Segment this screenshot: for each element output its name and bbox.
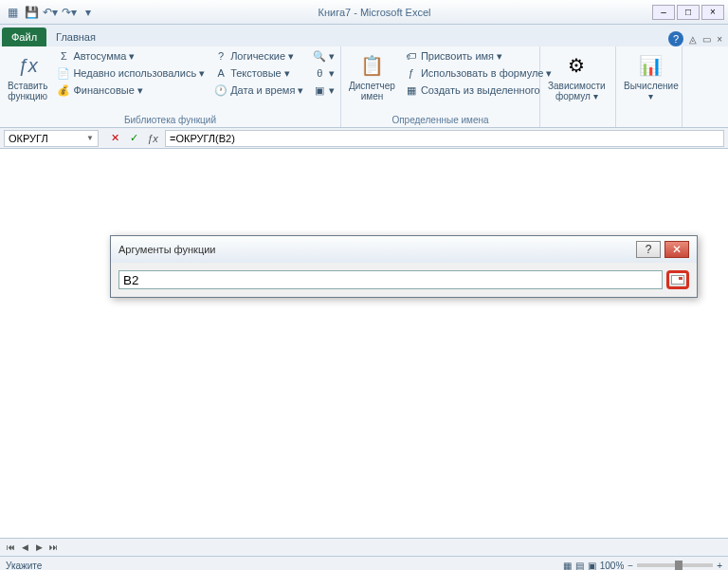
- formula-auditing-button[interactable]: ⚙ Зависимостиформул ▾: [546, 48, 608, 103]
- zoom-level[interactable]: 100%: [600, 561, 625, 571]
- minimize-button[interactable]: –: [652, 5, 675, 20]
- fx-button[interactable]: ƒx: [144, 130, 161, 147]
- workbook-minimize-icon[interactable]: ▭: [702, 34, 711, 45]
- autosum-button[interactable]: ΣАвтосумма ▾: [55, 48, 207, 64]
- fx-icon: ƒx: [12, 50, 43, 81]
- status-bar: Укажите ▦ ▤ ▣ 100% − +: [0, 556, 728, 570]
- formula-bar: ОКРУГЛ▼ ✕ ✓ ƒx =ОКРУГЛ(B2): [0, 128, 728, 149]
- calculation-button[interactable]: 📊 Вычисление▾: [622, 48, 681, 103]
- window-title: Книга7 - Microsoft Excel: [97, 7, 652, 18]
- quick-access-toolbar: ▦ 💾 ↶▾ ↷▾ ▾: [4, 4, 97, 21]
- view-normal-icon[interactable]: ▦: [563, 561, 572, 571]
- formula-input[interactable]: =ОКРУГЛ(B2): [165, 130, 724, 147]
- zoom-in-button[interactable]: +: [717, 561, 722, 571]
- expand-icon: [671, 275, 684, 285]
- use-in-formula-button[interactable]: ƒИспользовать в формуле ▾: [403, 65, 555, 81]
- text-icon: A: [214, 66, 228, 80]
- title-bar: ▦ 💾 ↶▾ ↷▾ ▾ Книга7 - Microsoft Excel – □…: [0, 0, 728, 25]
- close-button[interactable]: ×: [701, 5, 724, 20]
- file-tab[interactable]: Файл: [2, 28, 46, 46]
- selection-icon: ▦: [405, 83, 418, 97]
- logical-icon: ?: [214, 49, 228, 63]
- expand-dialog-button[interactable]: [666, 270, 689, 289]
- view-break-icon[interactable]: ▣: [588, 561, 596, 571]
- theta-icon: θ: [313, 66, 326, 80]
- dialog-titlebar[interactable]: Аргументы функции ? ✕: [111, 236, 697, 263]
- help-icon[interactable]: ?: [668, 31, 683, 46]
- cancel-formula-button[interactable]: ✕: [106, 130, 123, 147]
- logical-button[interactable]: ?Логические ▾: [212, 48, 305, 64]
- group-label-names: Определенные имена: [347, 115, 534, 125]
- calculation-icon: 📊: [636, 50, 666, 81]
- lookup-icon: 🔍: [313, 49, 326, 63]
- recent-button[interactable]: 📄Недавно использовались ▾: [55, 65, 207, 81]
- tag-icon: 🏷: [405, 49, 418, 63]
- clock-icon: 🕐: [214, 83, 228, 97]
- name-box[interactable]: ОКРУГЛ▼: [4, 130, 99, 147]
- group-label-library: Библиотека функций: [6, 115, 335, 125]
- financial-button[interactable]: 💰Финансовые ▾: [55, 83, 207, 98]
- name-manager-button[interactable]: 📋 Диспетчеримен: [347, 48, 397, 103]
- cube-icon: ▣: [313, 83, 326, 97]
- sigma-icon: Σ: [57, 49, 70, 63]
- math-button[interactable]: θ▾: [311, 65, 337, 81]
- dialog-close-button[interactable]: ✕: [664, 241, 689, 258]
- spreadsheet-grid[interactable]: [0, 149, 728, 538]
- undo-icon[interactable]: ↶▾: [42, 4, 59, 21]
- name-manager-icon: 📋: [356, 50, 387, 81]
- sheet-prev-button[interactable]: ◀: [18, 541, 31, 554]
- function-arguments-dialog: Аргументы функции ? ✕: [110, 235, 698, 298]
- create-from-selection-button[interactable]: ▦Создать из выделенного: [403, 83, 555, 98]
- workbook-close-icon[interactable]: ×: [717, 34, 722, 45]
- chevron-down-icon[interactable]: ▼: [86, 134, 94, 142]
- insert-function-label: Вставитьфункцию: [8, 81, 47, 101]
- formula-icon: ƒ: [405, 66, 418, 80]
- insert-function-button[interactable]: ƒx Вставитьфункцию: [6, 48, 49, 103]
- sheet-last-button[interactable]: ⏭: [46, 541, 60, 554]
- maximize-button[interactable]: □: [677, 5, 700, 20]
- zoom-out-button[interactable]: −: [628, 561, 633, 571]
- sheet-first-button[interactable]: ⏮: [4, 541, 17, 554]
- datetime-button[interactable]: 🕐Дата и время ▾: [212, 83, 305, 98]
- financial-icon: 💰: [57, 83, 70, 97]
- define-name-button[interactable]: 🏷Присвоить имя ▾: [403, 48, 555, 64]
- redo-icon[interactable]: ↷▾: [61, 4, 78, 21]
- sheet-next-button[interactable]: ▶: [32, 541, 46, 554]
- save-icon[interactable]: 💾: [23, 4, 40, 21]
- ribbon-minimize-icon[interactable]: ◬: [689, 34, 697, 45]
- sheet-tab-bar: ⏮ ◀ ▶ ⏭: [0, 538, 728, 556]
- status-text: Укажите: [6, 561, 42, 571]
- excel-icon[interactable]: ▦: [4, 4, 21, 21]
- ribbon: ƒx Вставитьфункцию ΣАвтосумма ▾ 📄Недавно…: [0, 46, 728, 128]
- view-layout-icon[interactable]: ▤: [575, 561, 584, 571]
- dialog-title: Аргументы функции: [118, 244, 216, 255]
- new-icon[interactable]: ▾: [80, 4, 97, 21]
- ribbon-tabs: Файл Главная ? ◬ ▭ ×: [0, 25, 728, 46]
- zoom-slider[interactable]: [637, 563, 713, 567]
- text-button[interactable]: AТекстовые ▾: [212, 65, 305, 81]
- recent-icon: 📄: [57, 66, 70, 80]
- argument-input[interactable]: [118, 270, 663, 289]
- dialog-help-button[interactable]: ?: [636, 241, 661, 258]
- window-buttons: – □ ×: [652, 5, 724, 20]
- other-button[interactable]: ▣▾: [311, 83, 337, 98]
- accept-formula-button[interactable]: ✓: [125, 130, 142, 147]
- auditing-icon: ⚙: [561, 50, 592, 81]
- more-functions-button[interactable]: 🔍▾: [311, 48, 337, 64]
- ribbon-tab-0[interactable]: Главная: [48, 28, 103, 46]
